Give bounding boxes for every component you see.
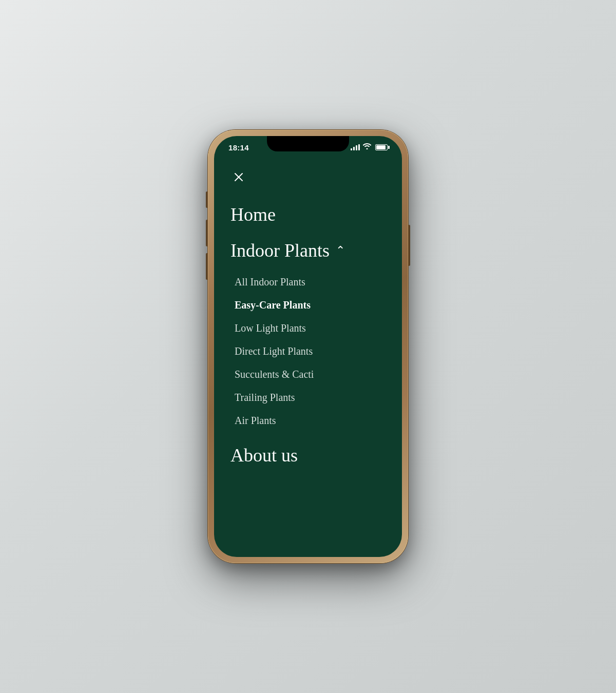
menu-content: Home Indoor Plants ⌃ All Indoor Plants E… xyxy=(214,159,402,557)
menu-item-about-us[interactable]: About us xyxy=(230,445,386,466)
phone-screen: 18:14 xyxy=(214,136,402,557)
submenu-item-easy-care[interactable]: Easy-Care Plants xyxy=(235,294,386,317)
indoor-plants-submenu: All Indoor Plants Easy-Care Plants Low L… xyxy=(230,271,386,432)
power-button[interactable] xyxy=(408,225,410,266)
submenu-item-all-indoor[interactable]: All Indoor Plants xyxy=(235,271,386,294)
close-button[interactable] xyxy=(230,169,247,185)
menu-item-home[interactable]: Home xyxy=(230,204,386,225)
menu-item-indoor-plants[interactable]: Indoor Plants ⌃ xyxy=(230,240,386,261)
submenu-item-air-plants[interactable]: Air Plants xyxy=(235,409,386,432)
status-icons xyxy=(351,143,388,151)
wifi-icon xyxy=(363,143,371,151)
status-time: 18:14 xyxy=(228,143,249,152)
signal-icon xyxy=(351,144,360,150)
battery-icon xyxy=(375,144,388,150)
submenu-item-trailing[interactable]: Trailing Plants xyxy=(235,386,386,409)
indoor-plants-label: Indoor Plants xyxy=(230,240,330,261)
submenu-item-succulents[interactable]: Succulents & Cacti xyxy=(235,363,386,386)
chevron-up-icon: ⌃ xyxy=(336,244,345,257)
submenu-item-low-light[interactable]: Low Light Plants xyxy=(235,317,386,340)
about-us-label: About us xyxy=(230,445,298,466)
phone-wrapper: 18:14 xyxy=(208,130,408,563)
notch xyxy=(267,136,349,151)
home-label: Home xyxy=(230,204,276,225)
submenu-item-direct-light[interactable]: Direct Light Plants xyxy=(235,340,386,363)
